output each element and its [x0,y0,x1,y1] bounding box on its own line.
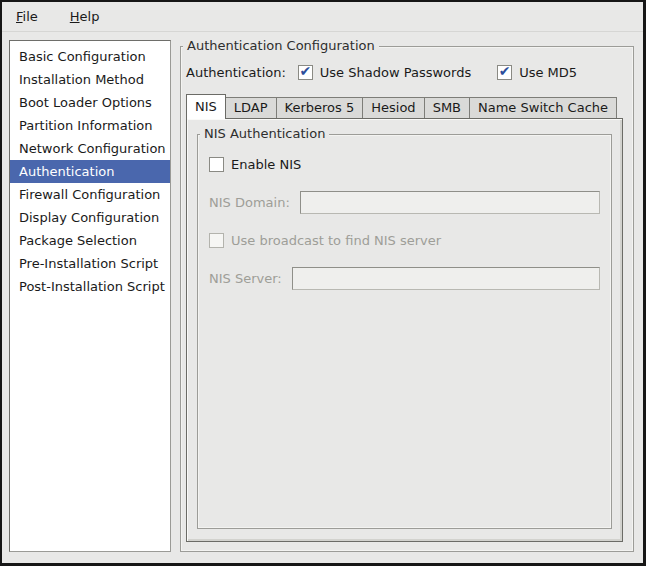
checkbox-label: Use Shadow Passwords [320,65,471,80]
authentication-label: Authentication: [186,65,286,80]
kickstart-configurator-window: File Help Basic Configuration Installati… [0,0,646,566]
section-list: Basic Configuration Installation Method … [9,40,171,552]
nis-domain-input [300,191,600,214]
sidebar-item-firewall-configuration[interactable]: Firewall Configuration [10,183,170,206]
sidebar-item-network-configuration[interactable]: Network Configuration [10,137,170,160]
check-icon: ✔ [499,65,511,77]
frame-title: Authentication Configuration [183,38,379,53]
authentication-configuration-frame: Authentication Configuration Authenticat… [180,46,634,552]
sidebar-item-post-installation-script[interactable]: Post-Installation Script [10,275,170,298]
sidebar-item-installation-method[interactable]: Installation Method [10,68,170,91]
broadcast-row: ✔ Use broadcast to find NIS server [209,229,600,252]
use-shadow-passwords-checkbox[interactable]: ✔ Use Shadow Passwords [298,65,471,80]
tab-hesiod[interactable]: Hesiod [362,97,424,118]
checkbox-box: ✔ [209,157,224,172]
nis-authentication-frame: NIS Authentication ✔ Enable NIS NIS Doma… [197,134,612,529]
check-icon: ✔ [299,65,311,77]
frame-title: NIS Authentication [200,126,329,141]
checkbox-label: Use broadcast to find NIS server [231,233,441,248]
auth-notebook: NIS LDAP Kerberos 5 Hesiod SMB Name Swit… [186,93,623,542]
main-area: Basic Configuration Installation Method … [2,32,643,563]
tab-kerberos-5[interactable]: Kerberos 5 [276,97,364,118]
sidebar-item-display-configuration[interactable]: Display Configuration [10,206,170,229]
enable-nis-checkbox[interactable]: ✔ Enable NIS [209,157,301,172]
authentication-options-row: Authentication: ✔ Use Shadow Passwords ✔… [186,61,623,83]
tab-smb[interactable]: SMB [424,97,470,118]
tab-ldap[interactable]: LDAP [225,97,277,118]
nis-tab-page: NIS Authentication ✔ Enable NIS NIS Doma… [186,118,623,542]
enable-nis-row: ✔ Enable NIS [209,153,600,176]
checkbox-box: ✔ [497,65,512,80]
sidebar-item-pre-installation-script[interactable]: Pre-Installation Script [10,252,170,275]
checkbox-box: ✔ [298,65,313,80]
sidebar-item-partition-information[interactable]: Partition Information [10,114,170,137]
tab-name-switch-cache[interactable]: Name Switch Cache [469,97,617,118]
use-broadcast-checkbox: ✔ Use broadcast to find NIS server [209,233,441,248]
sidebar-item-authentication[interactable]: Authentication [10,160,170,183]
nis-domain-row: NIS Domain: [209,191,600,214]
checkbox-label: Use MD5 [519,65,577,80]
nis-server-row: NIS Server: [209,267,600,290]
nis-server-input [292,267,600,290]
checkbox-box: ✔ [209,233,224,248]
menubar: File Help [2,2,643,32]
nis-server-label: NIS Server: [209,271,282,286]
sidebar-item-basic-configuration[interactable]: Basic Configuration [10,45,170,68]
tab-nis[interactable]: NIS [186,94,226,119]
checkbox-label: Enable NIS [231,157,301,172]
sidebar-item-boot-loader-options[interactable]: Boot Loader Options [10,91,170,114]
tab-bar: NIS LDAP Kerberos 5 Hesiod SMB Name Swit… [186,93,623,118]
menu-help[interactable]: Help [66,7,104,26]
use-md5-checkbox[interactable]: ✔ Use MD5 [497,65,577,80]
sidebar-item-package-selection[interactable]: Package Selection [10,229,170,252]
nis-domain-label: NIS Domain: [209,195,290,210]
menu-file[interactable]: File [12,7,42,26]
